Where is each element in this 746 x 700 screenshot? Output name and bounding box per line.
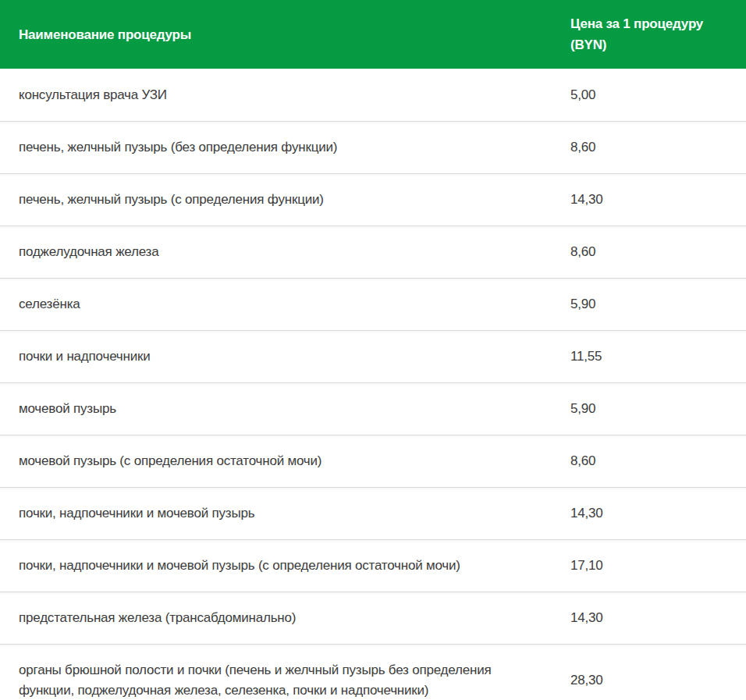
procedure-name: почки, надпочечники и мочевой пузырь (с …	[0, 540, 568, 592]
procedures-price-table: Наименование процедуры Цена за 1 процеду…	[0, 0, 746, 700]
table-row: селезёнка 5,90	[0, 278, 746, 330]
procedure-price: 5,00	[568, 69, 746, 121]
procedure-price: 14,30	[568, 488, 746, 539]
procedure-name: мочевой пузырь	[0, 383, 568, 435]
table-body: консультация врача УЗИ 5,00 печень, желч…	[0, 69, 746, 700]
procedure-price: 8,60	[568, 435, 746, 487]
procedure-price: 5,90	[568, 383, 746, 435]
procedure-name: почки и надпочечники	[0, 331, 568, 382]
procedure-name: мочевой пузырь (с определения остаточной…	[0, 435, 568, 487]
column-header-price: Цена за 1 процедуру (BYN)	[568, 13, 746, 55]
procedure-name: печень, желчный пузырь (без определения …	[0, 122, 568, 173]
table-row: поджелудочная железа 8,60	[0, 226, 746, 278]
table-row: печень, желчный пузырь (с определения фу…	[0, 173, 746, 226]
table-row: почки и надпочечники 11,55	[0, 330, 746, 382]
procedure-name: консультация врача УЗИ	[0, 69, 568, 121]
procedure-name: печень, желчный пузырь (с определения фу…	[0, 174, 568, 226]
procedure-name: предстательная железа (трансабдоминально…	[0, 592, 568, 644]
table-row: органы брюшной полости и почки (печень и…	[0, 644, 746, 700]
column-header-procedure-name: Наименование процедуры	[0, 24, 568, 45]
procedure-name: селезёнка	[0, 279, 568, 330]
procedure-price: 17,10	[568, 540, 746, 592]
table-row: мочевой пузырь (с определения остаточной…	[0, 435, 746, 487]
table-row: почки, надпочечники и мочевой пузырь (с …	[0, 539, 746, 592]
procedure-price: 28,30	[568, 655, 746, 700]
procedure-price: 8,60	[568, 122, 746, 173]
procedure-price: 5,90	[568, 279, 746, 330]
table-row: консультация врача УЗИ 5,00	[0, 69, 746, 121]
procedure-name: органы брюшной полости и почки (печень и…	[0, 645, 568, 700]
table-row: печень, желчный пузырь (без определения …	[0, 121, 746, 173]
procedure-name: поджелудочная железа	[0, 226, 568, 278]
table-header-row: Наименование процедуры Цена за 1 процеду…	[0, 0, 746, 69]
procedure-price: 14,30	[568, 174, 746, 226]
procedure-price: 8,60	[568, 226, 746, 278]
procedure-name: почки, надпочечники и мочевой пузырь	[0, 488, 568, 539]
table-row: почки, надпочечники и мочевой пузырь 14,…	[0, 487, 746, 539]
table-row: предстательная железа (трансабдоминально…	[0, 592, 746, 644]
procedure-price: 11,55	[568, 331, 746, 382]
procedure-price: 14,30	[568, 592, 746, 644]
table-row: мочевой пузырь 5,90	[0, 382, 746, 435]
